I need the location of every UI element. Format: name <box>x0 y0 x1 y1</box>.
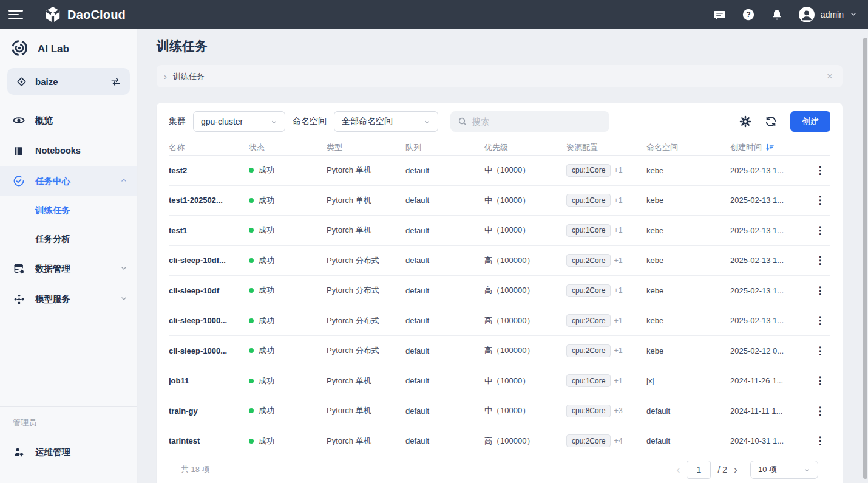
sort-descending-icon[interactable] <box>765 143 775 152</box>
row-actions-kebab-icon[interactable]: ⋮ <box>815 225 826 236</box>
row-actions-kebab-icon[interactable]: ⋮ <box>815 285 826 296</box>
row-actions-kebab-icon[interactable]: ⋮ <box>815 315 826 326</box>
search-input[interactable] <box>472 117 602 126</box>
task-created-time: 2025-02-13 1... <box>730 196 810 205</box>
table-row[interactable]: tarintest 成功 Pytorch 单机 default 高（100000… <box>169 426 830 457</box>
sidebar-item-data-management[interactable]: 数据管理 <box>0 253 137 284</box>
menu-toggle-icon[interactable] <box>8 10 23 19</box>
row-actions-kebab-icon[interactable]: ⋮ <box>815 194 826 206</box>
sidebar-item-overview[interactable]: 概览 <box>0 105 137 135</box>
task-queue: default <box>405 376 484 385</box>
table-row[interactable]: job11 成功 Pytorch 单机 default 中（10000） cpu… <box>169 366 830 397</box>
status-dot <box>249 408 254 413</box>
chevron-down-icon <box>120 294 127 304</box>
task-name[interactable]: tarintest <box>169 436 249 445</box>
sidebar-item-task-analysis[interactable]: 任务分析 <box>0 225 137 253</box>
task-priority: 高（100000） <box>484 255 566 266</box>
brand[interactable]: DaoCloud <box>44 5 126 24</box>
task-created-time: 2024-10-31 1... <box>730 436 810 445</box>
task-created-time: 2025-02-13 1... <box>730 316 810 325</box>
workspace-switch-icon[interactable] <box>110 76 121 87</box>
task-queue: default <box>405 256 484 265</box>
task-queue: default <box>405 346 484 355</box>
task-namespace: kebe <box>646 226 730 235</box>
sidebar-item-model-services[interactable]: 模型服务 <box>0 284 137 314</box>
row-actions-kebab-icon[interactable]: ⋮ <box>815 345 826 357</box>
prev-page-icon[interactable]: ‹ <box>676 464 680 476</box>
task-name[interactable]: cli-sleep-1000... <box>169 346 249 355</box>
task-queue: default <box>405 406 484 416</box>
task-priority: 中（10000） <box>484 375 566 386</box>
task-namespace: default <box>646 436 730 445</box>
task-status: 成功 <box>249 195 327 206</box>
status-dot <box>249 258 254 263</box>
sidebar-nav: 概览 Notebooks 任务中心 <box>0 101 137 314</box>
close-icon[interactable]: × <box>827 71 833 81</box>
cluster-select[interactable]: gpu-cluster <box>193 111 285 132</box>
task-queue: default <box>405 286 484 295</box>
resource-badge: cpu:2Core <box>566 314 611 327</box>
notification-bell-icon[interactable] <box>770 8 784 21</box>
message-icon[interactable] <box>713 8 727 21</box>
task-name[interactable]: test1-202502... <box>169 196 249 205</box>
main-content: 训练任务 › 训练任务 × 集群 gpu-cluster 命名空间 全部命名空间 <box>138 29 868 483</box>
product-name: AI Lab <box>38 43 69 55</box>
table-row[interactable]: test1 成功 Pytorch 单机 default 中（10000） cpu… <box>169 216 830 246</box>
table-row[interactable]: test2 成功 Pytorch 单机 default 中（10000） cpu… <box>169 156 830 186</box>
task-name[interactable]: train-gy <box>169 406 249 416</box>
page-number-input[interactable] <box>687 461 711 479</box>
task-status: 成功 <box>249 285 327 296</box>
task-name[interactable]: test1 <box>169 226 249 235</box>
vertical-scrollbar[interactable] <box>863 38 867 479</box>
task-name[interactable]: test2 <box>169 166 249 175</box>
task-name[interactable]: cli-sleep-10df <box>169 286 249 295</box>
chevron-up-icon <box>120 176 127 186</box>
eye-icon <box>13 114 25 126</box>
sidebar-item-ops-management[interactable]: 运维管理 <box>0 437 137 467</box>
row-actions-kebab-icon[interactable]: ⋮ <box>815 255 826 266</box>
resource-badge: cpu:2Core <box>566 284 611 297</box>
table-row[interactable]: test1-202502... 成功 Pytorch 单机 default 中（… <box>169 186 830 216</box>
task-priority: 中（10000） <box>484 405 566 416</box>
task-name[interactable]: cli-sleep-10df... <box>169 256 249 265</box>
table-row[interactable]: cli-sleep-1000... 成功 Pytorch 分布式 default… <box>169 336 830 366</box>
create-button[interactable]: 创建 <box>790 111 830 132</box>
row-actions-kebab-icon[interactable]: ⋮ <box>815 435 826 447</box>
task-priority: 中（10000） <box>484 165 566 176</box>
page-size-select[interactable]: 10 项 <box>750 461 818 479</box>
sidebar-item-label: 概览 <box>35 115 53 126</box>
table-row[interactable]: cli-sleep-1000... 成功 Pytorch 分布式 default… <box>169 306 830 337</box>
sidebar-item-label: 任务中心 <box>35 176 70 187</box>
resource-extra-count: +4 <box>614 437 622 445</box>
row-actions-kebab-icon[interactable]: ⋮ <box>815 375 826 386</box>
row-actions-kebab-icon[interactable]: ⋮ <box>815 165 826 176</box>
resource-badge: cpu:1Core <box>566 164 611 177</box>
row-actions-kebab-icon[interactable]: ⋮ <box>815 405 826 417</box>
expand-chevron-right-icon[interactable]: › <box>164 71 167 81</box>
user-menu[interactable]: admin <box>799 7 857 22</box>
chevron-down-icon <box>120 264 127 273</box>
sidebar-item-task-center[interactable]: 任务中心 <box>0 166 137 196</box>
table-row[interactable]: train-gy 成功 Pytorch 单机 default 中（10000） … <box>169 396 830 426</box>
task-name[interactable]: cli-sleep-1000... <box>169 316 249 325</box>
search-icon <box>458 117 467 126</box>
cluster-select-value: gpu-cluster <box>201 117 266 126</box>
task-center-icon <box>13 175 25 187</box>
task-status: 成功 <box>249 165 327 176</box>
task-priority: 中（10000） <box>484 225 566 236</box>
table-row[interactable]: cli-sleep-10df 成功 Pytorch 分布式 default 高（… <box>169 276 830 306</box>
sidebar-item-training-tasks[interactable]: 训练任务 <box>0 196 137 225</box>
task-created-time: 2025-02-13 1... <box>730 256 810 265</box>
task-queue: default <box>405 166 484 175</box>
namespace-select[interactable]: 全部命名空间 <box>334 111 438 132</box>
help-icon[interactable]: ? <box>742 8 755 21</box>
workspace-name: baize <box>35 77 102 87</box>
workspace-selector[interactable]: baize <box>7 68 130 95</box>
refresh-icon[interactable] <box>765 115 777 128</box>
table-row[interactable]: cli-sleep-10df... 成功 Pytorch 分布式 default… <box>169 246 830 276</box>
settings-gear-icon[interactable] <box>739 115 751 128</box>
task-name[interactable]: job11 <box>169 376 249 385</box>
resource-badge: cpu:2Core <box>566 254 611 267</box>
next-page-icon[interactable]: › <box>734 464 737 476</box>
sidebar-item-notebooks[interactable]: Notebooks <box>0 135 137 166</box>
